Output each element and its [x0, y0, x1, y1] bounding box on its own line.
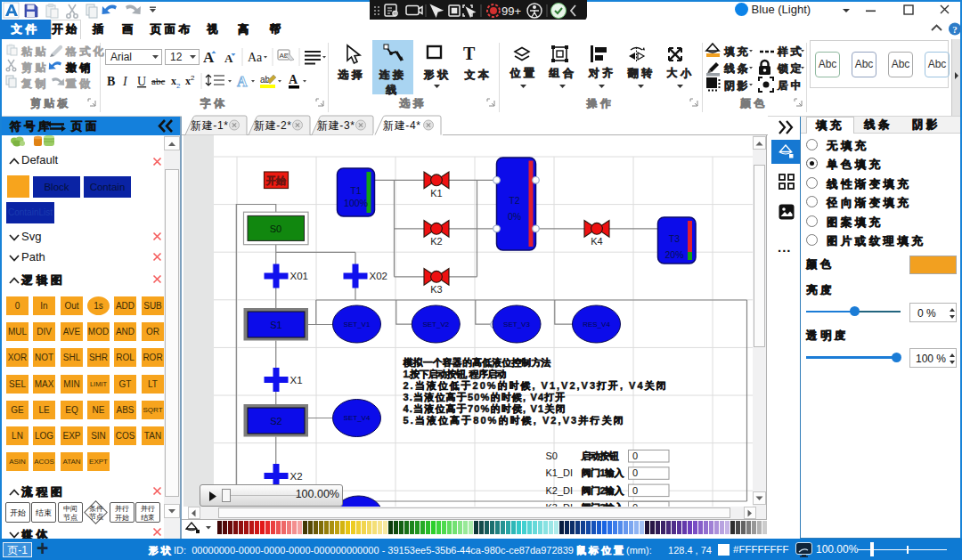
- svg-text:阀门2输入: 阀门2输入: [581, 485, 624, 497]
- svg-text:1.按下启动按钮, 程序启动: 1.按下启动按钮, 程序启动: [403, 369, 506, 379]
- svg-text:K3: K3: [430, 284, 442, 295]
- svg-text:?: ?: [952, 24, 958, 35]
- svg-text:2.当液位低于20%的时候, V1,V2,V3打开, V4关: 2.当液位低于20%的时候, V1,V2,V3打开, V4关闭: [403, 380, 665, 391]
- svg-text:X2: X2: [289, 471, 302, 482]
- svg-text:SET_V1: SET_V1: [343, 321, 370, 329]
- svg-text:abc: abc: [151, 76, 165, 86]
- svg-text:K2_DI: K2_DI: [545, 485, 573, 496]
- svg-text:新建-4*: 新建-4*: [383, 119, 420, 132]
- svg-text:X02: X02: [369, 271, 387, 281]
- svg-text:RES_V4: RES_V4: [583, 321, 610, 329]
- svg-text:0%: 0%: [507, 211, 520, 222]
- svg-text:2: 2: [191, 74, 195, 82]
- svg-text:T: T: [463, 44, 476, 63]
- svg-text:锁定: 锁定: [777, 62, 803, 75]
- svg-text:S0: S0: [545, 450, 557, 461]
- svg-text:样式: 样式: [777, 45, 803, 58]
- svg-text:3.当液位高于50%的时候, V4打开: 3.当液位高于50%的时候, V4打开: [403, 392, 565, 402]
- svg-text:100%: 100%: [344, 198, 368, 208]
- svg-text:新建-3*: 新建-3*: [317, 119, 355, 132]
- svg-text:T1: T1: [350, 185, 361, 196]
- svg-text:线条: 线条: [723, 62, 750, 75]
- svg-text:I: I: [122, 75, 128, 88]
- svg-text:SET_V3: SET_V3: [503, 321, 530, 329]
- svg-text:启动按钮: 启动按钮: [580, 450, 619, 461]
- svg-text:K1_DI: K1_DI: [545, 467, 573, 478]
- svg-text:居中: 居中: [777, 79, 803, 92]
- svg-text:5.当液位高于80%的时候, V2,V3并行关闭: 5.当液位高于80%的时候, V2,V3并行关闭: [403, 415, 623, 426]
- svg-text:B: B: [107, 75, 115, 88]
- svg-text:4.当液位高于70%的时侯, V1关闭: 4.当液位高于70%的时侯, V1关闭: [403, 403, 565, 414]
- svg-text:99+: 99+: [501, 4, 521, 18]
- svg-text:阴影: 阴影: [724, 79, 750, 92]
- svg-text:S1: S1: [270, 320, 281, 330]
- svg-text:0: 0: [632, 467, 638, 478]
- svg-text:K2: K2: [430, 236, 442, 247]
- svg-text:K4: K4: [591, 236, 602, 247]
- svg-text:X1: X1: [289, 375, 302, 386]
- svg-text:A: A: [237, 74, 248, 89]
- svg-text:SET_V2: SET_V2: [422, 321, 449, 329]
- svg-text:模拟一个容器的高低液位控制方法: 模拟一个容器的高低液位控制方法: [402, 357, 550, 368]
- svg-text:0: 0: [632, 485, 638, 496]
- svg-text:S0: S0: [269, 223, 281, 234]
- svg-text:T2: T2: [509, 195, 519, 206]
- svg-text:Aa: Aa: [248, 51, 263, 64]
- svg-text:20%: 20%: [664, 249, 683, 260]
- svg-text:K1: K1: [430, 188, 442, 199]
- svg-text:新建-2*: 新建-2*: [254, 119, 291, 132]
- svg-text:填充: 填充: [723, 45, 750, 58]
- svg-text:A: A: [203, 49, 215, 66]
- svg-text:SET_V4: SET_V4: [343, 414, 370, 422]
- svg-text:A: A: [289, 73, 298, 86]
- svg-text:X01: X01: [289, 271, 307, 281]
- svg-text:新建-1*: 新建-1*: [191, 119, 228, 132]
- svg-text:S2: S2: [270, 416, 281, 426]
- svg-text:阀门1输入: 阀门1输入: [581, 467, 624, 479]
- svg-text:开始: 开始: [265, 175, 286, 186]
- svg-text:2: 2: [176, 82, 181, 90]
- svg-text:0: 0: [632, 450, 638, 461]
- svg-text:U: U: [137, 75, 146, 88]
- svg-text:T3: T3: [668, 233, 679, 244]
